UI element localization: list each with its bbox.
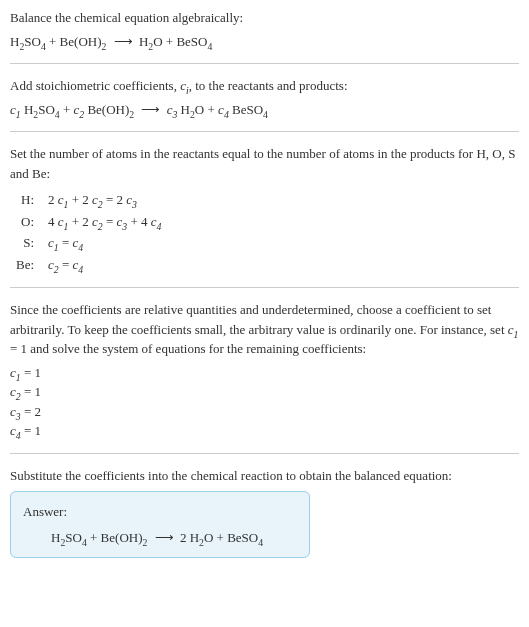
coef-list: c1 = 1 c2 = 1 c3 = 2 c4 = 1 (10, 363, 519, 441)
txt: H (10, 34, 19, 49)
unbalanced-equation: H2SO4 + Be(OH)2 ⟶ H2O + BeSO4 (10, 32, 519, 52)
solve-text: Since the coefficients are relative quan… (10, 300, 519, 359)
reactant-h2so4: H2SO4 (24, 102, 60, 117)
table-row: H: 2 c1 + 2 c2 = 2 c3 (10, 189, 167, 211)
sub: 2 (79, 108, 84, 119)
txt: O (204, 530, 213, 545)
coef-value: c1 = 1 (10, 363, 519, 383)
coeff-text: Add stoichiometric coefficients, ci, to … (10, 76, 519, 96)
c1: c1 (48, 235, 59, 250)
txt: , to the reactants and products: (189, 78, 348, 93)
txt: SO (24, 34, 41, 49)
txt: BeSO (176, 34, 207, 49)
val: = 1 (21, 365, 41, 380)
atom-balance-text: Set the number of atoms in the reactants… (10, 144, 519, 183)
divider (10, 131, 519, 132)
c3: c3 (10, 404, 21, 419)
txt: H (181, 102, 190, 117)
plus: + (46, 34, 60, 49)
txt: H (51, 530, 60, 545)
c2: c2 (74, 102, 85, 117)
ci-symbol: ci (180, 78, 189, 93)
answer-box: Answer: H2SO4 + Be(OH)2 ⟶ 2 H2O + BeSO4 (10, 491, 310, 558)
c4: c4 (73, 235, 84, 250)
reactant-beoh2: Be(OH)2 (101, 530, 148, 545)
atom-label-s: S: (10, 232, 42, 254)
n: 2 (48, 192, 55, 207)
plus: + (213, 530, 227, 545)
n: + 4 (127, 214, 147, 229)
eq: = (59, 235, 73, 250)
final-section: Substitute the coefficients into the che… (10, 466, 519, 559)
arrow-icon: ⟶ (155, 530, 173, 545)
coeff-section: Add stoichiometric coefficients, ci, to … (10, 76, 519, 119)
txt: SO (38, 102, 55, 117)
s: 4 (157, 220, 162, 231)
coef-value: c4 = 1 (10, 421, 519, 441)
divider (10, 287, 519, 288)
sub: 1 (16, 108, 21, 119)
coef-value: c2 = 1 (10, 382, 519, 402)
atom-label-be: Be: (10, 254, 42, 276)
atom-eq-o: 4 c1 + 2 c2 = c3 + 4 c4 (42, 211, 167, 233)
atom-eq-h: 2 c1 + 2 c2 = 2 c3 (42, 189, 167, 211)
txt: = 1 and solve the system of equations fo… (10, 341, 366, 356)
product-beso4: BeSO4 (232, 102, 268, 117)
n: + 2 (68, 192, 88, 207)
eq: = (59, 257, 73, 272)
table-row: Be: c2 = c4 (10, 254, 167, 276)
c4: c4 (10, 423, 21, 438)
s: 4 (78, 263, 83, 274)
atom-eq-s: c1 = c4 (42, 232, 167, 254)
sub: 4 (263, 108, 268, 119)
txt: Since the coefficients are relative quan… (10, 302, 508, 337)
val: = 2 (21, 404, 41, 419)
c1: c1 (10, 365, 21, 380)
txt: Be(OH) (87, 102, 129, 117)
c1: c1 (508, 322, 519, 337)
product-h2o: H2O (139, 34, 163, 49)
coeff-equation: c1 H2SO4 + c2 Be(OH)2 ⟶ c3 H2O + c4 BeSO… (10, 100, 519, 120)
c1: c1 (58, 214, 69, 229)
txt: H (190, 530, 199, 545)
c2: c2 (48, 257, 59, 272)
txt: H (24, 102, 33, 117)
atom-label-h: H: (10, 189, 42, 211)
reactant-h2so4: H2SO4 (10, 34, 46, 49)
c2: c2 (92, 192, 103, 207)
txt: SO (65, 530, 82, 545)
coef-2: 2 (180, 530, 190, 545)
atom-balance-table: H: 2 c1 + 2 c2 = 2 c3 O: 4 c1 + 2 c2 = c… (10, 189, 167, 275)
s: 1 (514, 328, 519, 339)
txt: BeSO (232, 102, 263, 117)
plus: + (60, 102, 74, 117)
c4: c4 (73, 257, 84, 272)
val: = 1 (21, 384, 41, 399)
txt: Add stoichiometric coefficients, (10, 78, 180, 93)
arrow-icon: ⟶ (141, 102, 159, 117)
txt: H (139, 34, 148, 49)
s: 3 (132, 199, 137, 210)
c1: c1 (58, 192, 69, 207)
n: 4 (48, 214, 55, 229)
balanced-equation: H2SO4 + Be(OH)2 ⟶ 2 H2O + BeSO4 (23, 528, 297, 548)
txt: BeSO (227, 530, 258, 545)
product-beso4: BeSO4 (176, 34, 212, 49)
answer-label: Answer: (23, 502, 297, 522)
plus: + (87, 530, 101, 545)
c4: c4 (218, 102, 229, 117)
n: = 2 (103, 192, 123, 207)
intro-section: Balance the chemical equation algebraica… (10, 8, 519, 51)
c3: c3 (167, 102, 178, 117)
divider (10, 63, 519, 64)
c2: c2 (10, 384, 21, 399)
product-h2o: H2O (181, 102, 205, 117)
sub: 2 (102, 40, 107, 51)
solve-section: Since the coefficients are relative quan… (10, 300, 519, 441)
final-text: Substitute the coefficients into the che… (10, 466, 519, 486)
product-beso4: BeSO4 (227, 530, 263, 545)
c4: c4 (151, 214, 162, 229)
sub: 2 (143, 536, 148, 547)
txt: Be(OH) (101, 530, 143, 545)
table-row: O: 4 c1 + 2 c2 = c3 + 4 c4 (10, 211, 167, 233)
